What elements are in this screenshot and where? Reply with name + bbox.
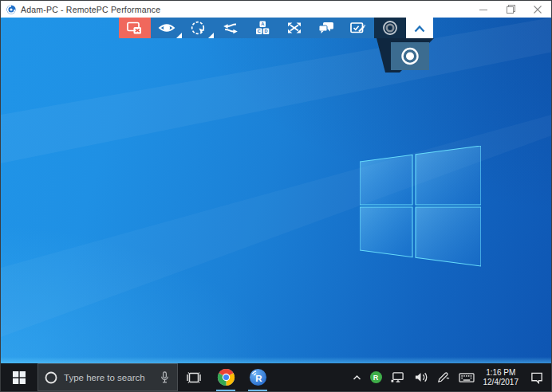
remotepc-viewer-window: Adam-PC - RemotePC Performance [0,0,552,392]
action-center-icon [530,370,544,384]
swap-arrows-icon [221,20,240,36]
network-icon [390,370,405,384]
action-center-button[interactable] [522,363,551,391]
tray-volume-button[interactable] [409,363,432,391]
close-button[interactable] [524,1,551,18]
window-title: Adam-PC - RemotePC Performance [21,5,160,14]
file-transfer-button[interactable] [215,18,246,38]
task-view-icon [186,370,202,385]
chrome-taskbar-button[interactable] [210,363,242,391]
tray-network-button[interactable] [386,363,409,391]
record-flyout [364,37,444,92]
task-view-button[interactable] [178,363,210,391]
expand-arrows-icon [285,20,304,36]
windows-ink-icon [436,370,450,384]
svg-text:C: C [258,29,261,33]
clock-time: 1:16 PM [486,368,515,378]
restore-icon [507,5,515,14]
running-indicator [216,390,235,391]
disconnect-button[interactable] [119,18,151,38]
svg-text:A: A [261,22,264,26]
remote-desktop: A C D [1,18,551,365]
tray-touch-keyboard-button[interactable] [454,363,479,391]
running-indicator [248,390,267,391]
chat-bubbles-icon [317,20,336,36]
speedometer-cursor-icon [189,20,208,36]
remotepc-ball-icon: R [249,368,267,386]
windows-start-icon [13,371,26,384]
chevron-up-icon [352,373,362,382]
tray-windows-ink-button[interactable] [432,363,454,391]
clock-date: 12/4/2017 [483,378,519,387]
dropdown-indicator [176,33,182,38]
start-button[interactable] [1,363,37,391]
remotepc-taskbar-button[interactable]: R [242,363,274,391]
system-tray: R [348,363,552,391]
window-controls [470,1,551,18]
svg-text:D: D [264,29,267,33]
remotepc-green-icon: R [370,371,382,383]
tray-remotepc-button[interactable]: R [366,363,386,391]
disconnect-monitor-icon [125,20,144,36]
tray-show-hidden-button[interactable] [348,363,366,391]
performance-button[interactable] [183,18,215,38]
search-placeholder: Type here to search [64,373,152,382]
search-input[interactable]: Type here to search [37,363,178,391]
record-circle-icon [380,20,400,36]
close-icon [534,6,542,14]
whiteboard-button[interactable] [342,18,374,38]
cortana-circle-icon [45,371,57,384]
whiteboard-pen-icon [349,20,368,36]
fullscreen-button[interactable] [278,18,310,38]
remotepc-logo-icon [6,5,16,14]
minimize-button[interactable] [470,1,497,18]
microphone-icon[interactable] [159,370,171,385]
hotkeys-button[interactable]: A C D [246,18,278,38]
maximize-button[interactable] [497,1,524,18]
title-bar: Adam-PC - RemotePC Performance [1,1,551,18]
eye-icon [157,20,176,36]
abc-blocks-icon: A C D [253,20,272,36]
taskbar: Type here to search [1,363,551,391]
chrome-icon [217,368,235,386]
view-options-button[interactable] [151,18,183,38]
record-button[interactable] [374,18,406,38]
svg-text:R: R [255,374,262,383]
touch-keyboard-icon [458,370,475,384]
chevron-up-icon [410,20,429,36]
taskbar-clock[interactable]: 1:16 PM 12/4/2017 [479,363,523,391]
volume-icon [413,370,428,384]
minimize-icon [479,6,487,14]
collapse-toolbar-button[interactable] [406,18,433,38]
windows-logo [360,146,481,267]
session-toolbar: A C D [119,18,433,38]
dropdown-indicator [208,33,214,38]
chat-button[interactable] [310,18,342,38]
